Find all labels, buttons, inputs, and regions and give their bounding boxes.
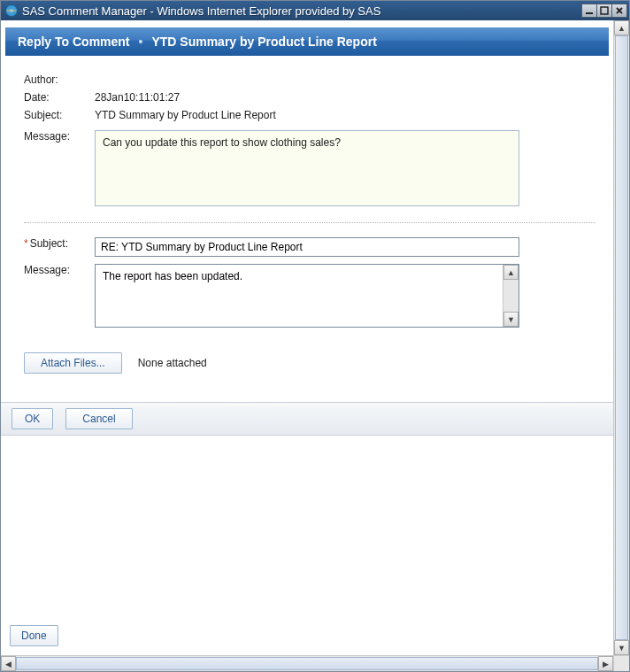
content: Author: Date: 28Jan10:11:01:27 Subject: …	[1, 56, 613, 382]
reply-message-label: Message:	[24, 264, 95, 276]
reply-subject-label-text: Subject:	[30, 237, 68, 250]
row-date: Date: 28Jan10:11:01:27	[24, 91, 595, 104]
scroll-track[interactable]	[503, 280, 519, 312]
vertical-scrollbar[interactable]: ▲ ▼	[613, 20, 629, 655]
titlebar: SAS Comment Manager - Windows Internet E…	[1, 1, 629, 20]
svg-point-1	[10, 9, 13, 12]
scroll-left-icon[interactable]: ◀	[1, 656, 16, 671]
attach-status: None attached	[138, 357, 207, 369]
scroll-up-icon[interactable]: ▲	[614, 20, 629, 35]
close-button[interactable]	[611, 4, 627, 18]
page-header: Reply To Comment • YTD Summary by Produc…	[5, 27, 609, 56]
horizontal-scrollbar[interactable]: ◀ ▶	[1, 655, 629, 671]
row-author: Author:	[24, 73, 595, 86]
window-buttons	[581, 4, 627, 18]
minimize-button[interactable]	[581, 4, 597, 18]
divider	[24, 222, 595, 223]
reply-subject-label: *Subject:	[24, 237, 95, 250]
author-label: Author:	[24, 73, 95, 86]
scroll-corner	[613, 656, 629, 671]
reply-message-textarea[interactable]	[96, 265, 503, 327]
scroll-thumb[interactable]	[615, 35, 628, 640]
spacer	[1, 436, 613, 618]
date-label: Date:	[24, 91, 95, 104]
done-bar: Done	[1, 618, 613, 655]
scroll-up-icon[interactable]: ▲	[503, 265, 519, 280]
done-button[interactable]: Done	[10, 625, 58, 646]
action-bar: OK Cancel	[1, 402, 613, 436]
scroll-down-icon[interactable]: ▼	[614, 640, 629, 655]
scroll-down-icon[interactable]: ▼	[503, 312, 519, 327]
client-area: Reply To Comment • YTD Summary by Produc…	[1, 20, 629, 655]
message-label: Message:	[24, 130, 95, 143]
svg-rect-2	[586, 12, 593, 14]
cancel-button[interactable]: Cancel	[65, 408, 132, 429]
ie-icon	[4, 4, 19, 18]
attach-files-button[interactable]: Attach Files...	[24, 352, 122, 374]
breadcrumb-title: YTD Summary by Product Line Report	[151, 35, 376, 49]
scroll-right-icon[interactable]: ▶	[598, 656, 613, 671]
row-message: Message: Can you update this report to s…	[24, 130, 595, 206]
date-value: 28Jan10:11:01:27	[95, 91, 595, 104]
breadcrumb-separator: •	[139, 35, 143, 49]
reply-message-wrap: ▲ ▼	[95, 264, 519, 328]
reply-subject-input[interactable]	[95, 237, 519, 257]
scroll-track[interactable]	[614, 35, 629, 640]
attach-row: Attach Files... None attached	[24, 352, 595, 374]
ok-button[interactable]: OK	[12, 408, 53, 429]
svg-rect-3	[601, 7, 608, 14]
subject-label: Subject:	[24, 109, 95, 121]
scroll-track[interactable]	[16, 656, 598, 671]
row-subject: Subject: YTD Summary by Product Line Rep…	[24, 109, 595, 121]
original-message-box: Can you update this report to show cloth…	[95, 130, 519, 206]
page: Reply To Comment • YTD Summary by Produc…	[1, 20, 613, 655]
row-reply-message: Message: ▲ ▼	[24, 264, 595, 328]
scroll-thumb[interactable]	[16, 657, 598, 670]
row-reply-subject: *Subject:	[24, 237, 595, 257]
maximize-button[interactable]	[596, 4, 612, 18]
breadcrumb-reply: Reply To Comment	[18, 35, 130, 49]
window-title: SAS Comment Manager - Windows Internet E…	[22, 4, 581, 18]
required-marker: *	[24, 237, 28, 250]
app-window: SAS Comment Manager - Windows Internet E…	[0, 0, 630, 672]
subject-value: YTD Summary by Product Line Report	[95, 109, 595, 121]
reply-message-scrollbar[interactable]: ▲ ▼	[503, 265, 519, 327]
